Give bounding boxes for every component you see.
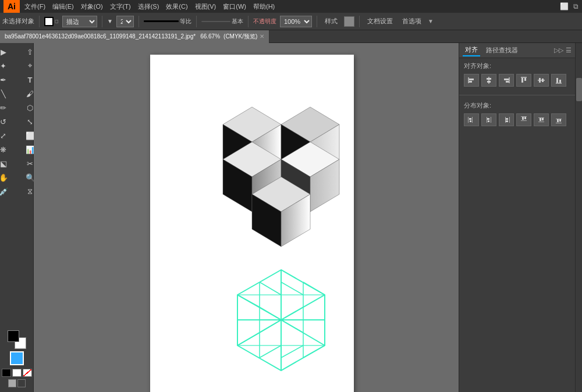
- line-label: 基本: [232, 17, 243, 26]
- svg-rect-74: [538, 117, 544, 118]
- svg-rect-44: [487, 78, 491, 80]
- tab-close-btn[interactable]: ✕: [260, 33, 264, 40]
- menu-window[interactable]: 窗口(W): [223, 2, 246, 11]
- svg-rect-54: [542, 79, 544, 82]
- style-button[interactable]: 样式: [322, 16, 340, 27]
- menu-bar[interactable]: 文件(F) 编辑(E) 对象(O) 文字(T) 选择(S) 效果(C) 视图(V…: [24, 2, 275, 11]
- doc-settings-btn[interactable]: 文档设置: [364, 16, 396, 27]
- divider4: [196, 16, 197, 27]
- menu-edit[interactable]: 编辑(E): [52, 2, 74, 11]
- align-center-h-btn[interactable]: [481, 74, 496, 87]
- fill-color[interactable]: [44, 17, 54, 26]
- panel-header: 对齐 路径查找器 ▷▷ ☰: [459, 43, 575, 58]
- panel-tab-pathfinder[interactable]: 路径查找器: [484, 45, 520, 56]
- panel-tab-align[interactable]: 对齐: [463, 44, 480, 56]
- fg-bg-colors[interactable]: [8, 330, 26, 349]
- app-logo: Ai: [3, 0, 20, 13]
- dist-bottom-btn[interactable]: [551, 113, 566, 126]
- canvas-area[interactable]: [34, 43, 459, 392]
- distribute-row: [464, 113, 570, 126]
- svg-line-32: [237, 333, 260, 345]
- style-swatch[interactable]: [344, 16, 354, 27]
- svg-rect-64: [487, 118, 489, 120]
- svg-line-31: [303, 282, 325, 295]
- align-objects-section: 对齐对象:: [459, 58, 575, 92]
- svg-rect-65: [488, 120, 489, 122]
- dist-right-btn[interactable]: [499, 113, 514, 126]
- selection-tool[interactable]: ▶: [0, 45, 16, 58]
- swatch-black[interactable]: [2, 369, 11, 377]
- stroke-dash-group: 等比: [144, 17, 191, 26]
- prefs-arrow[interactable]: ▼: [428, 18, 434, 24]
- stroke-dash-preview: [144, 20, 179, 22]
- swatch-none[interactable]: [23, 369, 32, 377]
- full-screen-btn[interactable]: [17, 379, 26, 387]
- svg-rect-59: [472, 117, 473, 123]
- rotate-tool[interactable]: ↺: [0, 115, 16, 128]
- workspace-switcher: ⬜: [560, 2, 569, 10]
- svg-line-37: [281, 307, 303, 320]
- align-left-btn[interactable]: [464, 74, 479, 87]
- dist-left-btn[interactable]: [464, 113, 479, 126]
- fg-color[interactable]: [8, 330, 19, 342]
- scrollbar-thumb[interactable]: [576, 78, 582, 101]
- svg-rect-69: [506, 120, 508, 122]
- svg-rect-63: [491, 117, 491, 123]
- line-tool[interactable]: ╲: [0, 87, 16, 100]
- dist-center-h-btn[interactable]: [481, 113, 496, 126]
- menu-help[interactable]: 帮助(H): [253, 2, 275, 11]
- svg-rect-51: [524, 78, 526, 81]
- magic-wand-tool[interactable]: ✦: [0, 59, 16, 72]
- selected-color-swatch[interactable]: [10, 351, 24, 365]
- vertical-scrollbar[interactable]: [575, 43, 582, 392]
- svg-rect-62: [487, 117, 487, 123]
- screen-mode-btn[interactable]: [8, 379, 16, 387]
- panel-expand-icon[interactable]: ▷▷: [554, 47, 563, 54]
- prefs-btn[interactable]: 首选项: [399, 16, 424, 27]
- symbol-tool[interactable]: ❋: [0, 143, 16, 156]
- svg-line-28: [237, 295, 260, 307]
- svg-rect-42: [469, 81, 472, 83]
- stroke-weight-select[interactable]: 描边: [62, 16, 97, 27]
- svg-rect-50: [521, 78, 523, 83]
- opacity-select[interactable]: 100%: [280, 16, 312, 27]
- svg-line-39: [281, 320, 303, 333]
- distribute-label: 分布对象:: [464, 101, 570, 110]
- menu-select[interactable]: 选择(S): [138, 2, 159, 11]
- menu-view[interactable]: 视图(V): [195, 2, 217, 11]
- titlebar: Ai 文件(F) 编辑(E) 对象(O) 文字(T) 选择(S) 效果(C) 视…: [0, 0, 582, 13]
- hand-tool[interactable]: ✋: [0, 171, 16, 184]
- panel-header-icons: ▷▷ ☰: [554, 47, 572, 54]
- svg-rect-45: [487, 81, 491, 83]
- panel-menu-icon[interactable]: ☰: [566, 47, 572, 54]
- align-top-btn[interactable]: [516, 74, 531, 87]
- divider2: [102, 16, 102, 27]
- opacity-label: 不透明度: [253, 17, 276, 26]
- svg-rect-73: [524, 117, 526, 119]
- warp-tool[interactable]: ⤢: [0, 129, 16, 142]
- stroke-color-group: ◻: [44, 17, 59, 26]
- view-mode-row: [8, 379, 26, 387]
- pencil-tool[interactable]: ✏: [0, 101, 16, 114]
- swatch-white[interactable]: [12, 369, 22, 377]
- document-tab[interactable]: ba95aaf78001e4636132d09ae00818c6_1109914…: [0, 30, 269, 43]
- svg-rect-49: [521, 77, 527, 78]
- align-center-v-btn[interactable]: [534, 74, 549, 87]
- align-right-btn[interactable]: [499, 74, 514, 87]
- pen-tool[interactable]: ✒: [0, 73, 16, 86]
- svg-rect-58: [468, 117, 469, 123]
- left-toolbar: ▶ ⇧ ✦ ⌖ ✒ T ╲ 🖌 ✏ ⬡ ↺ ⤡ ⤢ ⬜ ❋ 📊: [0, 43, 34, 392]
- artboard-tool[interactable]: ⬕: [0, 157, 16, 170]
- control-bar: 未选择对象 ◻ 描边 ▼ 2 pt 等比 基本 不透明度 100% 样式 文档设…: [0, 13, 582, 30]
- dist-top-btn[interactable]: [516, 113, 531, 126]
- divider7: [359, 16, 360, 27]
- dist-center-v-btn[interactable]: [534, 113, 549, 126]
- menu-file[interactable]: 文件(F): [24, 2, 45, 11]
- eyedropper-tool[interactable]: 💉: [0, 185, 16, 198]
- menu-text[interactable]: 文字(T): [110, 2, 131, 11]
- svg-rect-43: [488, 77, 489, 84]
- align-bottom-btn[interactable]: [551, 74, 566, 87]
- menu-effect[interactable]: 效果(C): [166, 2, 187, 11]
- menu-object[interactable]: 对象(O): [81, 2, 103, 11]
- brush-definition[interactable]: 2 pt: [116, 16, 134, 27]
